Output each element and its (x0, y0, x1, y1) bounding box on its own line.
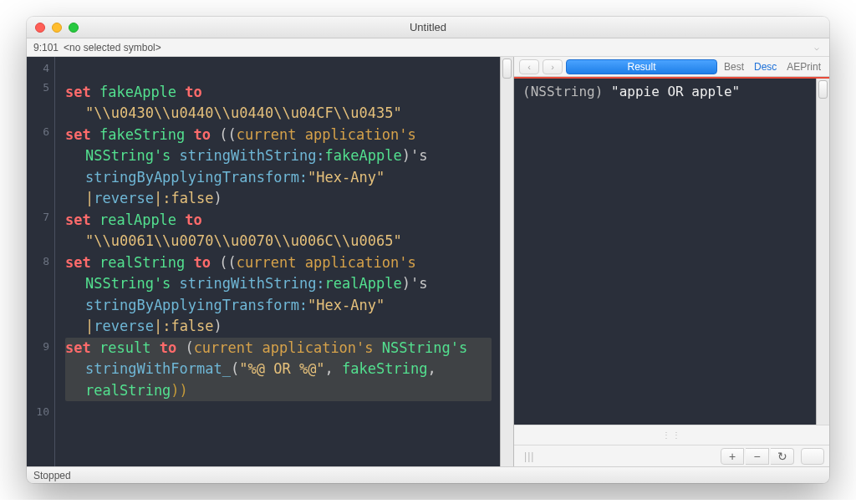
result-output[interactable]: (NSString) "арріе OR apple" (514, 79, 816, 425)
extra-button[interactable] (801, 448, 824, 465)
result-scrollbar[interactable] (816, 79, 829, 425)
add-button[interactable]: + (721, 448, 744, 465)
result-type-label: (NSString) (522, 84, 603, 99)
scrollbar-thumb[interactable] (818, 80, 828, 99)
line-gutter: 4 5 6 7 8 9 10 (27, 57, 55, 466)
line-number: 5 (27, 79, 49, 122)
script-debugger-window: Untitled 9:101 <no selected symbol> ⌵ 4 … (27, 17, 829, 483)
line-number: 9 (27, 339, 49, 402)
chevron-right-icon: › (551, 62, 554, 72)
result-body: (NSString) "арріе OR apple" (514, 77, 829, 425)
status-bar: Stopped (27, 466, 829, 483)
breadcrumb-dropdown-icon[interactable]: ⌵ (811, 43, 823, 52)
chevron-left-icon: ‹ (527, 62, 531, 72)
line-number: 8 (27, 253, 49, 337)
mode-desc[interactable]: Desc (751, 61, 780, 73)
minus-icon: − (753, 450, 760, 463)
cursor-position: 9:101 (33, 42, 59, 53)
grip-icon[interactable]: ||| (519, 451, 539, 462)
result-nav-forward-button[interactable]: › (543, 59, 563, 74)
minimize-window-button[interactable] (52, 23, 62, 33)
traffic-lights (35, 23, 79, 33)
result-toolbar: ‹ › Result Best Desc AEPrint (514, 57, 829, 77)
breadcrumb-bar: 9:101 <no selected symbol> ⌵ (27, 38, 829, 57)
mode-aeprint[interactable]: AEPrint (783, 61, 824, 73)
line-number: 10 (27, 404, 49, 421)
reload-icon: ↻ (777, 450, 787, 463)
drag-handle-icon: ⋮⋮ (514, 430, 829, 440)
result-bottom-toolbar: ||| + − ↻ (514, 445, 829, 466)
status-text: Stopped (33, 470, 71, 481)
editor-scrollbar[interactable] (500, 57, 513, 466)
content-split: 4 5 6 7 8 9 10 set fakeApple to "\\u0430… (27, 57, 829, 466)
selected-symbol[interactable]: <no selected symbol> (64, 42, 161, 53)
window-title: Untitled (27, 21, 829, 33)
close-window-button[interactable] (35, 23, 45, 33)
reload-button[interactable]: ↻ (771, 448, 794, 465)
zoom-window-button[interactable] (69, 23, 79, 33)
mode-best[interactable]: Best (721, 61, 747, 73)
line-number: 4 (27, 60, 49, 78)
result-tab[interactable]: Result (566, 59, 717, 74)
plus-icon: + (729, 450, 736, 463)
result-split-handle[interactable]: ⋮⋮ (514, 425, 829, 445)
scrollbar-thumb[interactable] (502, 59, 512, 79)
line-number: 6 (27, 124, 49, 207)
result-panel: ‹ › Result Best Desc AEPrint (NSString) … (514, 57, 829, 466)
titlebar[interactable]: Untitled (27, 17, 829, 38)
code-editor-panel: 4 5 6 7 8 9 10 set fakeApple to "\\u0430… (27, 57, 514, 466)
line-number: 7 (27, 209, 49, 252)
result-nav-back-button[interactable]: ‹ (519, 59, 539, 74)
code-editor[interactable]: set fakeApple to "\\u0430\\u0440\\u0440\… (55, 57, 500, 466)
remove-button[interactable]: − (746, 448, 769, 465)
result-value: "арріе OR apple" (611, 84, 740, 99)
